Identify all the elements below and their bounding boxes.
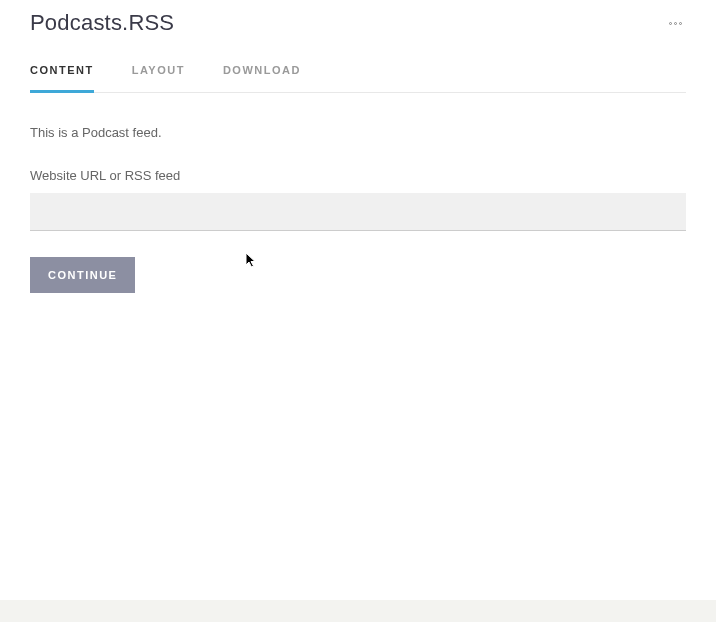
tab-layout[interactable]: LAYOUT <box>132 64 185 92</box>
more-options-icon[interactable] <box>665 18 686 29</box>
footer-bar <box>0 600 716 622</box>
page-title: Podcasts.RSS <box>30 10 174 36</box>
url-input[interactable] <box>30 193 686 231</box>
tab-download[interactable]: DOWNLOAD <box>223 64 301 92</box>
tab-bar: CONTENT LAYOUT DOWNLOAD <box>30 64 686 93</box>
url-field-label: Website URL or RSS feed <box>30 168 686 183</box>
tab-content[interactable]: CONTENT <box>30 64 94 93</box>
continue-button[interactable]: CONTINUE <box>30 257 135 293</box>
feed-description: This is a Podcast feed. <box>30 125 686 140</box>
